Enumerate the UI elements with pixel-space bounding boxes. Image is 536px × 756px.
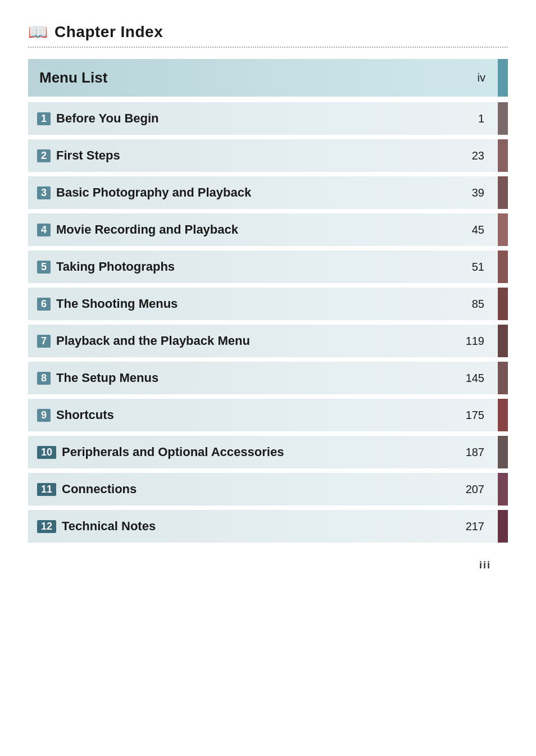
chapter-tab-9 bbox=[498, 399, 508, 431]
chapter-number-9: 9 bbox=[37, 409, 51, 422]
chapter-title-4: Movie Recording and Playback bbox=[56, 222, 238, 237]
chapter-row-8[interactable]: 8 The Setup Menus 145 bbox=[28, 362, 508, 394]
chapter-row-1[interactable]: 1 Before You Begin 1 bbox=[28, 102, 508, 135]
chapter-title-1: Before You Begin bbox=[56, 111, 159, 126]
chapter-row-9[interactable]: 9 Shortcuts 175 bbox=[28, 399, 508, 431]
content-area: Menu List iv 1 Before You Begin 1 2 Firs… bbox=[28, 59, 508, 543]
chapters-list: 1 Before You Begin 1 2 First Steps 23 3 … bbox=[28, 102, 508, 543]
chapter-page-5: 51 bbox=[472, 261, 484, 274]
page-container: 📖 Chapter Index Menu List iv 1 Before Yo… bbox=[0, 0, 536, 756]
chapter-page-7: 119 bbox=[466, 335, 484, 348]
chapter-row-12[interactable]: 12 Technical Notes 217 bbox=[28, 510, 508, 543]
chapter-tab-7 bbox=[498, 325, 508, 357]
chapter-title-5: Taking Photographs bbox=[56, 259, 175, 274]
chapter-title-10: Peripherals and Optional Accessories bbox=[62, 445, 284, 459]
chapter-number-4: 4 bbox=[37, 224, 51, 236]
chapter-tab-4 bbox=[498, 213, 508, 246]
chapter-tab-3 bbox=[498, 176, 508, 209]
chapter-row-left: 11 Connections bbox=[37, 482, 137, 497]
chapter-title-9: Shortcuts bbox=[56, 408, 114, 422]
chapter-tab-11 bbox=[498, 473, 508, 505]
chapter-row-left: 7 Playback and the Playback Menu bbox=[37, 334, 250, 348]
chapter-page-4: 45 bbox=[472, 224, 484, 236]
chapter-tab-8 bbox=[498, 362, 508, 394]
chapter-row-left: 2 First Steps bbox=[37, 148, 120, 163]
chapter-row-left: 9 Shortcuts bbox=[37, 408, 114, 422]
chapter-title-6: The Shooting Menus bbox=[56, 297, 178, 311]
page-title: Chapter Index bbox=[54, 23, 163, 41]
chapter-row-left: 5 Taking Photographs bbox=[37, 259, 175, 274]
chapter-page-11: 207 bbox=[466, 483, 484, 496]
chapter-tab-1 bbox=[498, 102, 508, 135]
chapter-number-7: 7 bbox=[37, 335, 51, 348]
chapter-row-left: 10 Peripherals and Optional Accessories bbox=[37, 445, 284, 459]
chapter-number-6: 6 bbox=[37, 298, 51, 311]
chapter-title-3: Basic Photography and Playback bbox=[56, 185, 251, 200]
chapter-tab-5 bbox=[498, 251, 508, 283]
chapter-page-9: 175 bbox=[466, 409, 484, 422]
footer-page-number: iii bbox=[28, 559, 508, 571]
chapter-number-8: 8 bbox=[37, 372, 51, 385]
chapter-tab-10 bbox=[498, 436, 508, 468]
chapter-page-10: 187 bbox=[466, 446, 484, 459]
chapter-number-2: 2 bbox=[37, 149, 51, 162]
chapter-number-5: 5 bbox=[37, 261, 51, 274]
book-icon: 📖 bbox=[28, 22, 48, 41]
chapter-tab-2 bbox=[498, 139, 508, 172]
chapter-row-5[interactable]: 5 Taking Photographs 51 bbox=[28, 251, 508, 283]
chapter-row-3[interactable]: 3 Basic Photography and Playback 39 bbox=[28, 176, 508, 209]
chapter-row-left: 6 The Shooting Menus bbox=[37, 297, 178, 311]
chapter-page-6: 85 bbox=[472, 298, 484, 311]
chapter-row-left: 4 Movie Recording and Playback bbox=[37, 222, 238, 237]
chapter-row-left: 8 The Setup Menus bbox=[37, 371, 158, 385]
chapter-page-2: 23 bbox=[472, 149, 484, 162]
chapter-page-3: 39 bbox=[472, 186, 484, 199]
chapter-page-1: 1 bbox=[478, 112, 484, 125]
chapter-title-11: Connections bbox=[62, 482, 137, 497]
chapter-title-7: Playback and the Playback Menu bbox=[56, 334, 250, 348]
chapter-title-8: The Setup Menus bbox=[56, 371, 158, 385]
chapter-page-12: 217 bbox=[466, 520, 484, 533]
chapter-number-1: 1 bbox=[37, 112, 51, 125]
chapter-number-11: 11 bbox=[37, 483, 56, 496]
chapter-number-12: 12 bbox=[37, 520, 56, 533]
chapter-row-6[interactable]: 6 The Shooting Menus 85 bbox=[28, 288, 508, 320]
chapter-row-left: 1 Before You Begin bbox=[37, 111, 159, 126]
chapter-row-2[interactable]: 2 First Steps 23 bbox=[28, 139, 508, 172]
chapter-page-8: 145 bbox=[466, 372, 484, 385]
menu-list-page: iv bbox=[478, 71, 485, 84]
chapter-row-left: 3 Basic Photography and Playback bbox=[37, 185, 251, 200]
menu-list-title: Menu List bbox=[39, 69, 107, 86]
chapter-title-12: Technical Notes bbox=[62, 519, 156, 534]
header-section: 📖 Chapter Index bbox=[28, 22, 508, 48]
chapter-number-3: 3 bbox=[37, 186, 51, 199]
chapter-title-2: First Steps bbox=[56, 148, 120, 163]
chapter-number-10: 10 bbox=[37, 446, 56, 459]
chapter-tab-6 bbox=[498, 288, 508, 320]
menu-list-row[interactable]: Menu List iv bbox=[28, 59, 508, 97]
chapter-row-left: 12 Technical Notes bbox=[37, 519, 156, 534]
chapter-tab-12 bbox=[498, 510, 508, 543]
menu-list-tab bbox=[498, 59, 508, 97]
chapter-row-4[interactable]: 4 Movie Recording and Playback 45 bbox=[28, 213, 508, 246]
chapter-row-11[interactable]: 11 Connections 207 bbox=[28, 473, 508, 505]
chapter-row-10[interactable]: 10 Peripherals and Optional Accessories … bbox=[28, 436, 508, 468]
chapter-row-7[interactable]: 7 Playback and the Playback Menu 119 bbox=[28, 325, 508, 357]
